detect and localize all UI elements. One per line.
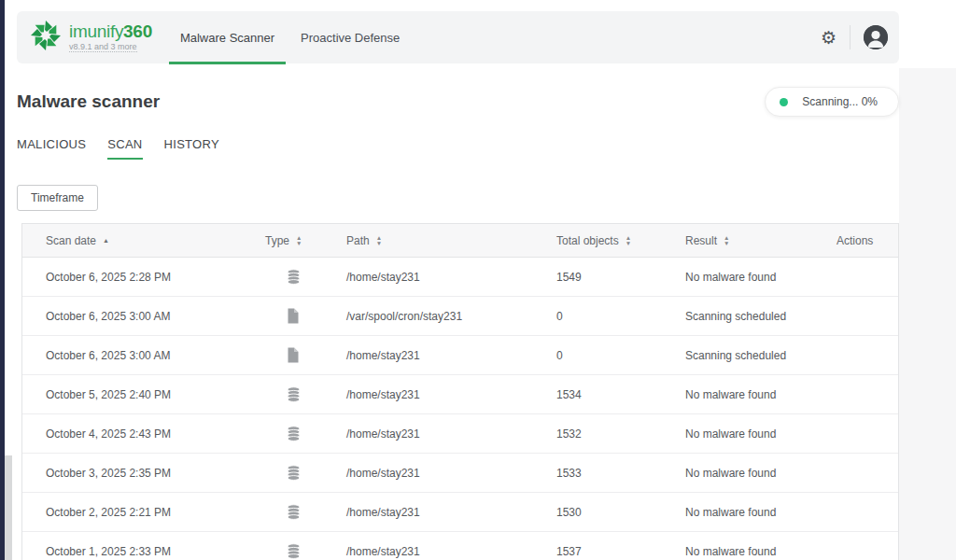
scanning-status-dot-icon (780, 98, 788, 106)
path-text: /home/stay231 (346, 545, 420, 558)
table-body: October 6, 2025 2:28 PM /h (22, 258, 898, 560)
nav-item-proactive-defense[interactable]: Proactive Defense (288, 11, 413, 63)
result-cell: No malware found (685, 467, 836, 480)
sort-icon: ▲▼ (376, 235, 382, 245)
path-cell: /var/spool/cron/stay231 (346, 310, 556, 323)
path-cell: /home/stay231 (346, 467, 556, 480)
column-label: Result (685, 234, 717, 247)
path-cell: /home/stay231 (346, 271, 556, 284)
path-cell: /home/stay231 (346, 388, 556, 401)
scan-date-text: October 3, 2025 2:35 PM (46, 467, 171, 480)
column-label: Total objects (556, 234, 619, 247)
scan-date-cell: October 1, 2025 2:33 PM (46, 545, 265, 558)
total-objects-cell: 1532 (556, 427, 685, 441)
column-header-path[interactable]: Path ▲▼ (346, 234, 556, 247)
total-objects-text: 1537 (556, 545, 582, 558)
main-nav: Malware Scanner Proactive Defense (167, 11, 413, 63)
scan-date-text: October 6, 2025 2:28 PM (46, 271, 171, 284)
tab-malicious[interactable]: MALICIOUS (17, 137, 86, 160)
result-text: No malware found (685, 467, 776, 480)
path-cell: /home/stay231 (346, 349, 556, 362)
scan-date-cell: October 3, 2025 2:35 PM (46, 467, 265, 480)
result-text: No malware found (685, 545, 776, 558)
path-text: /home/stay231 (346, 349, 420, 362)
column-header-actions: Actions (836, 234, 898, 247)
user-avatar[interactable] (864, 25, 888, 49)
scan-date-text: October 2, 2025 2:21 PM (46, 506, 171, 519)
result-text: Scanning scheduled (685, 310, 786, 323)
database-icon (286, 426, 346, 441)
result-cell: No malware found (685, 545, 836, 558)
type-cell (265, 347, 346, 363)
toolbar: Timeframe (17, 185, 899, 211)
type-cell (265, 543, 346, 559)
total-objects-text: 0 (556, 349, 563, 362)
path-text: /home/stay231 (346, 388, 420, 401)
total-objects-cell: 1530 (556, 506, 685, 519)
topbar-right-controls: ⚙ (821, 25, 899, 49)
total-objects-cell: 0 (556, 310, 685, 323)
column-header-result[interactable]: Result ▲▼ (685, 234, 836, 247)
table-row: October 6, 2025 3:00 AM /h (22, 336, 898, 375)
scan-date-cell: October 4, 2025 2:43 PM (46, 427, 265, 441)
total-objects-cell: 1537 (556, 545, 685, 558)
sort-icon: ▲▼ (626, 235, 631, 245)
column-header-type[interactable]: Type ▲▼ (265, 234, 346, 247)
total-objects-text: 1530 (556, 506, 582, 519)
tab-history[interactable]: HISTORY (164, 137, 219, 160)
tab-scan[interactable]: SCAN (107, 137, 142, 160)
database-icon (286, 504, 346, 520)
database-icon (286, 465, 346, 481)
path-cell: /home/stay231 (346, 506, 556, 519)
scan-date-cell: October 6, 2025 2:28 PM (46, 271, 265, 284)
type-cell (265, 308, 346, 324)
path-text: /home/stay231 (346, 506, 420, 519)
file-icon (286, 308, 346, 324)
scan-date-cell: October 6, 2025 3:00 AM (46, 349, 265, 362)
file-icon (286, 347, 346, 363)
result-cell: No malware found (685, 427, 836, 441)
page-background-strip (899, 68, 956, 560)
total-objects-cell: 1534 (556, 388, 685, 401)
table-row: October 1, 2025 2:33 PM /h (22, 532, 898, 560)
settings-gear-icon[interactable]: ⚙ (821, 29, 836, 47)
result-cell: Scanning scheduled (685, 310, 836, 323)
path-text: /home/stay231 (346, 467, 420, 480)
total-objects-text: 1533 (556, 467, 582, 480)
database-icon (286, 269, 346, 285)
result-cell: No malware found (685, 506, 836, 519)
column-label: Actions (836, 234, 873, 247)
nav-label: Malware Scanner (180, 31, 274, 45)
scanning-status-badge[interactable]: Scanning... 0% (765, 87, 899, 117)
database-icon (286, 543, 346, 559)
scan-date-cell: October 6, 2025 3:00 AM (46, 310, 265, 323)
page-title: Malware scanner (17, 91, 160, 112)
table-row: October 2, 2025 2:21 PM /h (22, 493, 898, 532)
total-objects-cell: 1549 (556, 271, 685, 284)
version-selector[interactable]: v8.9.1 and 3 more (69, 43, 137, 52)
path-cell: /home/stay231 (346, 545, 556, 558)
imunify360-app: imunify360 v8.9.1 and 3 more Malware Sca… (17, 11, 899, 560)
table-row: October 5, 2025 2:40 PM /h (22, 375, 898, 414)
path-text: /home/stay231 (346, 271, 420, 284)
type-cell (265, 426, 346, 441)
column-label: Scan date (46, 234, 96, 247)
scan-date-cell: October 5, 2025 2:40 PM (46, 388, 265, 401)
result-cell: Scanning scheduled (685, 349, 836, 362)
table-row: October 6, 2025 2:28 PM /h (22, 258, 898, 297)
scrollbar-thumb[interactable] (5, 455, 12, 560)
result-text: No malware found (685, 271, 776, 284)
brand-name: imunify360 (69, 22, 152, 40)
result-cell: No malware found (685, 388, 836, 401)
column-header-total-objects[interactable]: Total objects ▲▼ (556, 234, 685, 247)
sort-icon: ▲▼ (296, 235, 302, 245)
total-objects-text: 1532 (556, 427, 582, 441)
nav-item-malware-scanner[interactable]: Malware Scanner (167, 11, 288, 63)
column-label: Type (265, 234, 289, 247)
column-header-scan-date[interactable]: Scan date ▲ (46, 234, 265, 247)
timeframe-button[interactable]: Timeframe (17, 185, 98, 211)
column-label: Path (346, 234, 370, 247)
path-cell: /home/stay231 (346, 427, 556, 441)
path-text: /var/spool/cron/stay231 (346, 310, 462, 323)
total-objects-cell: 1533 (556, 467, 685, 480)
